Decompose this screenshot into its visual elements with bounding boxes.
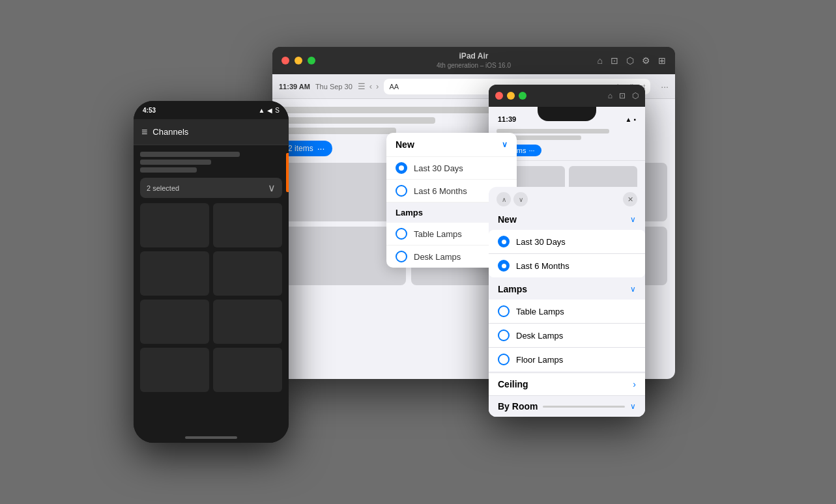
more-icon[interactable]: ··· <box>661 81 669 92</box>
new-chevron-icon[interactable]: ∨ <box>502 140 508 149</box>
iphone-battery-icon: ▪ <box>633 116 636 123</box>
iphone-title-bars <box>497 129 637 140</box>
iphone-ceiling-row[interactable]: Ceiling › <box>489 372 645 396</box>
last6-item[interactable]: Last 6 Months <box>489 254 645 277</box>
iphone-byroom-label: By Room <box>498 401 538 412</box>
android-status-icons: ▲ ◀ S <box>258 107 280 114</box>
floor-lamps-label: Floor Lamps <box>516 355 563 365</box>
last-6-radio[interactable] <box>396 185 407 197</box>
desk-lamps-item[interactable]: Desk Lamps <box>489 324 645 348</box>
ipad-date: Thu Sep 30 <box>315 83 353 91</box>
home-icon[interactable]: ⌂ <box>598 55 603 66</box>
last-30-label: Last 30 Days <box>414 163 463 173</box>
android-grid-item-6[interactable] <box>213 300 282 344</box>
android-menu-icon[interactable]: ≡ <box>141 126 147 138</box>
android-content: 2 selected ∨ <box>134 145 289 443</box>
android-grid-item-5[interactable] <box>140 300 209 344</box>
wifi-icon: ▲ <box>258 107 265 114</box>
iphone-new-section[interactable]: New ∨ <box>489 209 645 230</box>
android-grid-item-3[interactable] <box>140 251 209 296</box>
close-button[interactable] <box>281 57 289 64</box>
iphone-lamps-label: Lamps <box>498 284 527 294</box>
iphone-lamps-chevron-icon[interactable]: ∨ <box>630 285 636 294</box>
signal-icon: ◀ <box>267 107 272 114</box>
iphone-lamps-section[interactable]: Lamps ∨ <box>489 279 645 300</box>
iphone-ceiling-label: Ceiling <box>498 379 528 389</box>
new-items-container: Last 30 Days Last 6 Months <box>489 230 645 277</box>
ipad-toolbar: ⌂ ⊡ ⬡ ⚙ ⊞ <box>598 55 666 66</box>
android-grid <box>140 203 282 392</box>
iphone-bar-1 <box>497 129 609 133</box>
ipad-time: 11:39 AM <box>279 83 310 91</box>
android-filter-label: 2 selected <box>147 184 179 192</box>
screenshot-icon[interactable]: ⊡ <box>611 55 618 66</box>
popup-up-button[interactable]: ∧ <box>497 192 511 206</box>
lamps-label: Lamps <box>396 208 423 217</box>
table-lamps-radio[interactable] <box>396 228 407 240</box>
aa-label: AA <box>389 83 399 91</box>
android-filter[interactable]: 2 selected ∨ <box>140 178 282 198</box>
last-30-item[interactable]: Last 30 Days <box>386 157 517 180</box>
ipad-device-subtitle: 4th generation – iOS 16.0 <box>437 61 511 70</box>
android-app-name: Channels <box>152 127 188 137</box>
table-lamps-label: Table Lamps <box>516 307 564 316</box>
settings-icon[interactable]: ⚙ <box>642 55 650 66</box>
grid-icon[interactable]: ⊞ <box>658 55 666 66</box>
filter-dots[interactable]: ··· <box>317 143 325 154</box>
iphone-new-chevron-icon[interactable]: ∨ <box>630 215 636 224</box>
last6-radio[interactable] <box>498 260 510 272</box>
files-icon[interactable]: ⬡ <box>626 55 634 66</box>
popup-close-button[interactable]: ✕ <box>623 192 637 206</box>
desk-lamps-radio[interactable] <box>498 329 510 341</box>
new-section-header[interactable]: New ∨ <box>386 133 517 157</box>
ipad-device-name: iPad Air <box>437 51 511 62</box>
forward-icon[interactable]: › <box>376 81 379 91</box>
last-6-label: Last 6 Months <box>414 186 467 196</box>
iphone-status-icons: ▲ ▪ <box>626 116 636 123</box>
sidebar-icon[interactable]: ☰ <box>358 81 366 91</box>
ipad-title: iPad Air 4th generation – iOS 16.0 <box>437 51 511 70</box>
iphone-minimize-button[interactable] <box>507 92 515 100</box>
fullscreen-button[interactable] <box>308 57 315 64</box>
android-grid-item-2[interactable] <box>213 203 282 247</box>
floor-lamps-radio[interactable] <box>498 354 510 365</box>
android-bar-1 <box>140 152 240 157</box>
volume-bar <box>286 153 289 192</box>
iphone-screenshot-icon[interactable]: ⊡ <box>619 91 626 100</box>
radio-dot-2 <box>502 264 506 268</box>
last6-label: Last 6 Months <box>516 261 569 271</box>
byroom-chevron-icon[interactable]: ∨ <box>630 402 636 411</box>
iphone-fullscreen-button[interactable] <box>519 92 526 100</box>
iphone-home-icon[interactable]: ⌂ <box>608 91 613 100</box>
android-grid-item-7[interactable] <box>140 348 209 392</box>
desk-lamps-label: Desk Lamps <box>414 252 461 262</box>
iphone-time: 11:39 <box>498 115 516 123</box>
iphone-filter-dots[interactable]: ··· <box>528 147 534 154</box>
iphone-close-button[interactable] <box>495 92 503 100</box>
android-grid-item-1[interactable] <box>140 203 209 247</box>
lamps-items-container: Table Lamps Desk Lamps Floor Lamps <box>489 300 645 371</box>
iphone-titlebar: iPhone 12 Pro Max – iOS 15.0 ⌂ ⊡ ⬡ <box>489 85 645 107</box>
iphone-popup: ∧ ∨ ✕ New ∨ Last 30 Days <box>489 187 645 417</box>
android-grid-item-4[interactable] <box>213 251 282 296</box>
title-bar-3 <box>280 128 396 134</box>
ipad-titlebar: iPad Air 4th generation – iOS 16.0 ⌂ ⊡ ⬡… <box>272 47 675 74</box>
minimize-button[interactable] <box>295 57 302 64</box>
iphone-files-icon[interactable]: ⬡ <box>632 91 639 100</box>
iphone-ceiling-chevron-icon[interactable]: › <box>633 379 636 389</box>
iphone-notch <box>538 107 596 121</box>
android-filter-arrow-icon: ∨ <box>268 182 276 194</box>
radio-dot <box>399 165 404 171</box>
floor-lamps-item[interactable]: Floor Lamps <box>489 348 645 371</box>
back-icon[interactable]: ‹ <box>369 81 372 91</box>
last30-radio[interactable] <box>498 236 510 247</box>
last-30-radio[interactable] <box>396 162 407 174</box>
popup-down-button[interactable]: ∨ <box>513 192 528 206</box>
table-lamps-item[interactable]: Table Lamps <box>489 300 645 324</box>
iphone-byroom-row[interactable]: By Room ∨ <box>489 396 645 417</box>
android-grid-item-8[interactable] <box>213 348 282 392</box>
desk-lamps-radio[interactable] <box>396 251 407 262</box>
table-lamps-radio[interactable] <box>498 305 510 317</box>
last30-item[interactable]: Last 30 Days <box>489 230 645 254</box>
iphone-toolbar: ⌂ ⊡ ⬡ <box>608 91 639 100</box>
